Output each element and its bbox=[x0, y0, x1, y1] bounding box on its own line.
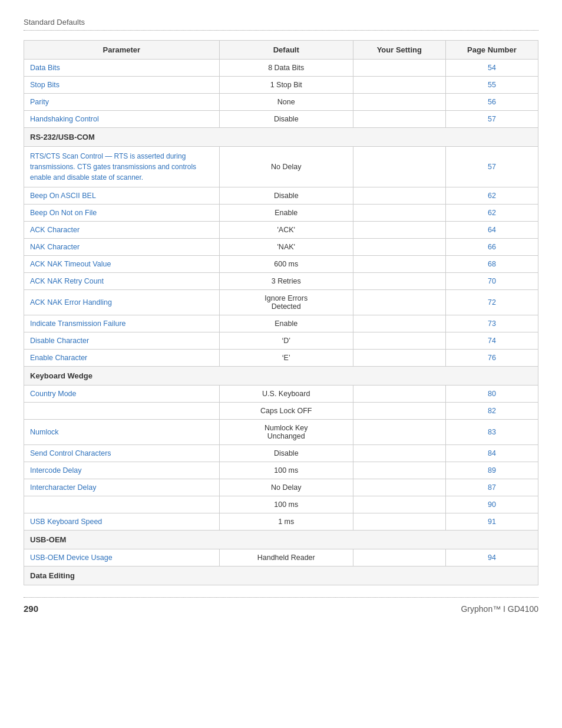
param-cell[interactable]: ACK NAK Error Handling bbox=[24, 290, 220, 315]
param-link[interactable]: Stop Bits bbox=[30, 81, 59, 89]
param-link[interactable]: NAK Character bbox=[30, 243, 80, 251]
param-cell[interactable]: Handshaking Control bbox=[24, 111, 220, 128]
table-row: RTS/CTS Scan Control — RTS is asserted d… bbox=[24, 147, 538, 187]
your-setting-cell bbox=[353, 549, 445, 566]
page-number-cell: 68 bbox=[445, 256, 538, 273]
page-number-cell: 73 bbox=[445, 315, 538, 332]
default-cell: Disable bbox=[219, 187, 353, 205]
param-link[interactable]: Parity bbox=[30, 98, 49, 106]
default-cell: No Delay bbox=[219, 479, 353, 496]
param-link[interactable]: Country Mode bbox=[30, 390, 77, 398]
your-setting-cell bbox=[353, 147, 445, 187]
table-row: Caps Lock OFF82 bbox=[24, 403, 538, 420]
param-link[interactable]: Send Control Characters bbox=[30, 449, 111, 457]
table-row: ACK Character'ACK'64 bbox=[24, 222, 538, 239]
section-title: Standard Defaults bbox=[24, 18, 538, 27]
param-cell[interactable]: Intercharacter Delay bbox=[24, 479, 220, 496]
param-link[interactable]: Disable Character bbox=[30, 337, 89, 345]
param-link[interactable]: Indicate Transmission Failure bbox=[30, 319, 126, 328]
table-row: Intercode Delay100 ms89 bbox=[24, 462, 538, 479]
param-link[interactable]: Beep On Not on File bbox=[30, 209, 97, 217]
param-link[interactable]: ACK NAK Error Handling bbox=[30, 298, 112, 307]
param-link[interactable]: ACK NAK Retry Count bbox=[30, 277, 104, 285]
your-setting-cell bbox=[353, 273, 445, 290]
param-link[interactable]: Enable Character bbox=[30, 354, 87, 362]
default-cell: ‘D’ bbox=[219, 332, 353, 350]
your-setting-cell bbox=[353, 94, 445, 111]
page-number-cell: 83 bbox=[445, 420, 538, 445]
page-number-cell: 54 bbox=[445, 60, 538, 77]
param-link[interactable]: RTS/CTS Scan Control — RTS is asserted d… bbox=[30, 152, 196, 182]
page-number-cell: 72 bbox=[445, 290, 538, 315]
page-number-cell: 94 bbox=[445, 549, 538, 566]
your-setting-cell bbox=[353, 403, 445, 420]
page-number-cell: 91 bbox=[445, 513, 538, 531]
param-cell[interactable]: Parity bbox=[24, 94, 220, 111]
default-cell: Ignore Errors Detected bbox=[219, 290, 353, 315]
table-row: Indicate Transmission FailureEnable73 bbox=[24, 315, 538, 332]
param-link[interactable]: Numlock bbox=[30, 428, 59, 436]
your-setting-cell bbox=[353, 513, 445, 531]
default-cell: 600 ms bbox=[219, 256, 353, 273]
param-link[interactable]: Intercharacter Delay bbox=[30, 483, 97, 492]
table-row: Disable Character‘D’74 bbox=[24, 332, 538, 350]
default-cell: 100 ms bbox=[219, 496, 353, 513]
param-cell[interactable]: Stop Bits bbox=[24, 77, 220, 94]
param-link[interactable]: ACK Character bbox=[30, 226, 80, 234]
param-link[interactable]: Data Bits bbox=[30, 64, 60, 72]
param-link[interactable]: Handshaking Control bbox=[30, 115, 99, 123]
table-row: ACK NAK Retry Count3 Retries70 bbox=[24, 273, 538, 290]
page-number-cell: 89 bbox=[445, 462, 538, 479]
section-header-row: Keyboard Wedge bbox=[24, 367, 538, 386]
section-header-row: Data Editing bbox=[24, 566, 538, 585]
table-row: USB-OEM Device UsageHandheld Reader94 bbox=[24, 549, 538, 566]
default-cell: Handheld Reader bbox=[219, 549, 353, 566]
default-cell: Disable bbox=[219, 111, 353, 128]
param-cell[interactable]: Send Control Characters bbox=[24, 445, 220, 462]
section-header-row: USB-OEM bbox=[24, 531, 538, 549]
page-number-cell: 90 bbox=[445, 496, 538, 513]
page-number-cell: 55 bbox=[445, 77, 538, 94]
param-cell[interactable]: Beep On ASCII BEL bbox=[24, 187, 220, 205]
param-cell[interactable]: NAK Character bbox=[24, 239, 220, 256]
param-link[interactable]: USB Keyboard Speed bbox=[30, 518, 102, 526]
col-your-setting: Your Setting bbox=[353, 41, 445, 60]
page-number-cell: 76 bbox=[445, 350, 538, 367]
param-cell[interactable]: USB-OEM Device Usage bbox=[24, 549, 220, 566]
param-link[interactable]: Beep On ASCII BEL bbox=[30, 192, 96, 200]
table-row: Enable Character‘E’76 bbox=[24, 350, 538, 367]
param-link[interactable]: Intercode Delay bbox=[30, 466, 82, 475]
your-setting-cell bbox=[353, 315, 445, 332]
your-setting-cell bbox=[353, 420, 445, 445]
default-cell: 1 ms bbox=[219, 513, 353, 531]
param-cell[interactable]: ACK NAK Retry Count bbox=[24, 273, 220, 290]
table-row: ACK NAK Timeout Value600 ms68 bbox=[24, 256, 538, 273]
param-cell[interactable]: Indicate Transmission Failure bbox=[24, 315, 220, 332]
param-cell[interactable]: USB Keyboard Speed bbox=[24, 513, 220, 531]
your-setting-cell bbox=[353, 479, 445, 496]
param-cell[interactable]: ACK Character bbox=[24, 222, 220, 239]
page-number-cell: 82 bbox=[445, 403, 538, 420]
param-cell[interactable]: RTS/CTS Scan Control — RTS is asserted d… bbox=[24, 147, 220, 187]
param-cell[interactable]: Data Bits bbox=[24, 60, 220, 77]
your-setting-cell bbox=[353, 187, 445, 205]
param-link[interactable]: USB-OEM Device Usage bbox=[30, 554, 113, 562]
param-cell[interactable]: Disable Character bbox=[24, 332, 220, 350]
your-setting-cell bbox=[353, 445, 445, 462]
param-cell[interactable]: ACK NAK Timeout Value bbox=[24, 256, 220, 273]
footer-brand: Gryphon™ I GD4100 bbox=[461, 604, 538, 614]
default-cell: 3 Retries bbox=[219, 273, 353, 290]
param-cell[interactable]: Numlock bbox=[24, 420, 220, 445]
param-cell[interactable]: Enable Character bbox=[24, 350, 220, 367]
page-number-cell: 87 bbox=[445, 479, 538, 496]
param-cell[interactable]: Beep On Not on File bbox=[24, 205, 220, 222]
your-setting-cell bbox=[353, 256, 445, 273]
your-setting-cell bbox=[353, 332, 445, 350]
your-setting-cell bbox=[353, 239, 445, 256]
table-row: ParityNone56 bbox=[24, 94, 538, 111]
page-number-cell: 74 bbox=[445, 332, 538, 350]
param-cell[interactable]: Intercode Delay bbox=[24, 462, 220, 479]
your-setting-cell bbox=[353, 496, 445, 513]
param-link[interactable]: ACK NAK Timeout Value bbox=[30, 260, 111, 268]
param-cell[interactable]: Country Mode bbox=[24, 386, 220, 403]
